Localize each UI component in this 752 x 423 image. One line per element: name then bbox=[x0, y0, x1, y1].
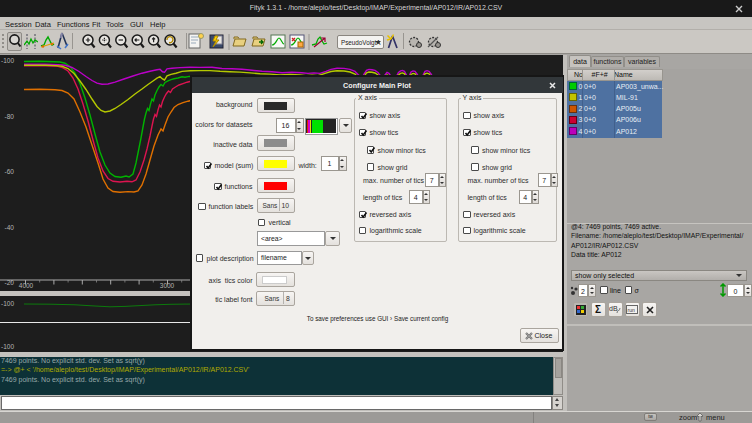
svg-text:run: run bbox=[628, 307, 635, 313]
svg-text:dB: dB bbox=[609, 305, 618, 312]
